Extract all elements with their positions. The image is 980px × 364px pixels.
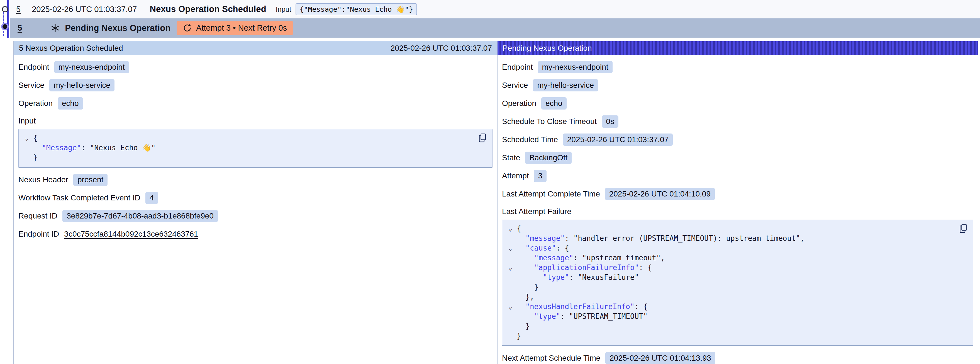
copy-button[interactable] bbox=[958, 223, 969, 235]
field-value: my-hello-service bbox=[533, 79, 598, 91]
field-label: Service bbox=[18, 81, 44, 90]
field-value: 2025-02-26 UTC 01:04:10.09 bbox=[605, 188, 715, 200]
detail-row: Service my-hello-service bbox=[502, 79, 973, 91]
copy-icon bbox=[477, 133, 487, 143]
field-value: 4 bbox=[145, 192, 158, 204]
field-label: Workflow Task Completed Event ID bbox=[18, 193, 140, 202]
event-timestamp: 2025-02-26 UTC 01:03:37.07 bbox=[32, 5, 137, 14]
pending-event-title: Pending Nexus Operation bbox=[65, 23, 170, 33]
left-panel-timestamp: 2025-02-26 UTC 01:03:37.07 bbox=[391, 44, 492, 53]
collapse-chevron-icon[interactable]: ⌄ bbox=[504, 302, 517, 311]
detail-row: Service my-hello-service bbox=[18, 79, 493, 91]
field-value[interactable]: 3c0c75ccfa8144b092c13ce632463761 bbox=[64, 228, 198, 240]
field-label: Operation bbox=[502, 99, 536, 108]
right-panel-title: Pending Nexus Operation bbox=[503, 44, 592, 53]
field-value: 2025-02-26 UTC 01:03:37.07 bbox=[563, 134, 673, 146]
field-value: present bbox=[73, 174, 108, 186]
left-fields-top: Endpoint my-nexus-endpoint Service my-he… bbox=[14, 61, 497, 110]
field-label: Operation bbox=[18, 99, 52, 108]
event-id-link[interactable]: 5 bbox=[18, 23, 22, 33]
event-row-nexus-operation-scheduled[interactable]: 5 2025-02-26 UTC 01:03:37.07 Nexus Opera… bbox=[10, 0, 980, 18]
detail-row: Operation echo bbox=[18, 97, 493, 110]
right-fields-top: Endpoint my-nexus-endpoint Service my-he… bbox=[498, 61, 978, 200]
detail-row: Request ID 3e829b7e-7d67-4b08-aad3-b1e86… bbox=[18, 210, 493, 222]
field-label: Next Attempt Schedule Time bbox=[502, 354, 600, 362]
field-label: Request ID bbox=[18, 212, 57, 220]
field-label: Nexus Header bbox=[18, 175, 68, 184]
failure-code-block: ⌄{ "message": "handler error (UPSTREAM_T… bbox=[502, 220, 973, 346]
detail-row: Workflow Task Completed Event ID 4 bbox=[18, 192, 493, 204]
timeline-pending-marker-icon bbox=[3, 24, 7, 29]
field-label: Last Attempt Complete Time bbox=[502, 190, 600, 198]
copy-icon bbox=[958, 223, 968, 234]
field-label: Scheduled Time bbox=[502, 135, 558, 144]
detail-row: Schedule To Close Timeout 0s bbox=[502, 115, 973, 128]
retry-badge-label: Attempt 3 • Next Retry 0s bbox=[196, 23, 287, 33]
detail-row: Endpoint my-nexus-endpoint bbox=[502, 61, 973, 73]
retry-icon bbox=[183, 24, 192, 33]
field-value: my-nexus-endpoint bbox=[538, 61, 612, 73]
left-panel-title: 5 Nexus Operation Scheduled bbox=[19, 44, 123, 53]
collapse-chevron-icon[interactable]: ⌄ bbox=[504, 263, 517, 273]
right-fields-bottom: Next Attempt Schedule Time 2025-02-26 UT… bbox=[498, 352, 978, 364]
event-input-label: Input bbox=[276, 5, 291, 13]
app: { "colors": { "pending_row_bg": "#acbbd4… bbox=[0, 0, 980, 364]
field-label: Attempt bbox=[502, 171, 529, 180]
detail-row: Attempt 3 bbox=[502, 170, 973, 182]
collapse-chevron-icon[interactable]: ⌄ bbox=[504, 224, 517, 233]
panel-nexus-operation-scheduled: 5 Nexus Operation Scheduled 2025-02-26 U… bbox=[14, 41, 498, 364]
event-title: Nexus Operation Scheduled bbox=[150, 4, 266, 14]
event-input-preview-chip: {"Message":"Nexus Echo 👋"} bbox=[296, 3, 417, 15]
detail-row: Endpoint ID 3c0c75ccfa8144b092c13ce63246… bbox=[18, 228, 493, 240]
left-fields-bottom: Nexus Header present Workflow Task Compl… bbox=[14, 174, 497, 240]
field-value: 2025-02-26 UTC 01:04:13.93 bbox=[605, 352, 715, 364]
pending-asterisk-icon bbox=[51, 23, 60, 33]
event-details-container: 5 Nexus Operation Scheduled 2025-02-26 U… bbox=[13, 41, 978, 364]
field-value: 0s bbox=[602, 115, 619, 128]
event-id-link[interactable]: 5 bbox=[16, 5, 21, 14]
detail-row: Next Attempt Schedule Time 2025-02-26 UT… bbox=[502, 352, 973, 364]
field-label: Service bbox=[502, 81, 528, 90]
event-row-pending-nexus-operation[interactable]: 5 Pending Nexus Operation Attempt 3 • Ne… bbox=[10, 18, 980, 38]
timeline-selection-bar bbox=[7, 0, 9, 38]
field-value: my-hello-service bbox=[49, 79, 115, 91]
detail-row: Last Attempt Complete Time 2025-02-26 UT… bbox=[502, 188, 973, 200]
detail-row: Nexus Header present bbox=[18, 174, 493, 186]
field-value: 3e829b7e-7d67-4b08-aad3-b1e868bfe9e0 bbox=[62, 210, 218, 222]
field-value: echo bbox=[58, 97, 83, 110]
field-value: BackingOff bbox=[525, 152, 571, 164]
collapse-chevron-icon[interactable]: ⌄ bbox=[504, 243, 517, 253]
field-label: Endpoint bbox=[18, 63, 49, 72]
left-panel-header: 5 Nexus Operation Scheduled 2025-02-26 U… bbox=[14, 41, 497, 55]
field-label: Endpoint ID bbox=[18, 230, 59, 239]
detail-row: State BackingOff bbox=[502, 152, 973, 164]
field-value: my-nexus-endpoint bbox=[54, 61, 129, 73]
input-section-label: Input bbox=[18, 117, 493, 125]
failure-section-label: Last Attempt Failure bbox=[502, 207, 973, 216]
right-panel-header: Pending Nexus Operation bbox=[498, 41, 978, 55]
detail-row: Scheduled Time 2025-02-26 UTC 01:03:37.0… bbox=[502, 134, 973, 146]
field-value: echo bbox=[541, 97, 566, 110]
field-label: State bbox=[502, 153, 520, 162]
copy-button[interactable] bbox=[477, 133, 488, 144]
detail-row: Endpoint my-nexus-endpoint bbox=[18, 61, 493, 73]
field-value: 3 bbox=[534, 170, 547, 182]
field-label: Endpoint bbox=[502, 63, 533, 72]
field-label: Schedule To Close Timeout bbox=[502, 117, 597, 126]
collapse-chevron-icon[interactable]: ⌄ bbox=[20, 133, 33, 143]
retry-status-badge: Attempt 3 • Next Retry 0s bbox=[177, 21, 293, 35]
timeline-event-marker-icon bbox=[2, 6, 8, 12]
detail-row: Operation echo bbox=[502, 97, 973, 110]
panel-pending-nexus-operation: Pending Nexus Operation Endpoint my-nexu… bbox=[498, 41, 978, 364]
input-code-block: ⌄{ "Message": "Nexus Echo 👋"} bbox=[18, 129, 493, 168]
